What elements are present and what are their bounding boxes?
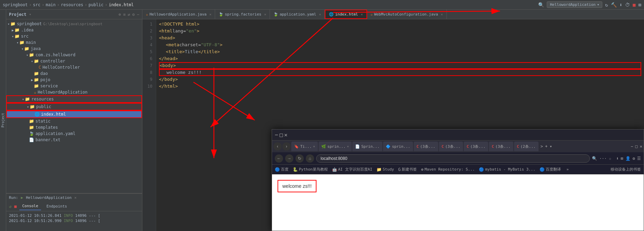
browser-tab-2[interactable]: 🌿 sprin... ✕ (319, 142, 352, 151)
tab-app-yaml[interactable]: 🍃 application.yaml ✕ (270, 10, 325, 19)
tab-console[interactable]: Console (19, 202, 41, 210)
tab-webmvc[interactable]: ☕ WebMvcAutoConfiguration.java ✕ (367, 10, 447, 19)
refresh-icon[interactable]: ↻ (605, 2, 608, 8)
tree-item-controller[interactable]: ▾ 📁 controller (6, 58, 142, 64)
breadcrumb-resources[interactable]: resources (61, 2, 83, 7)
browser-back-btn[interactable]: ‹ (273, 142, 282, 151)
pub-label: public (36, 104, 51, 109)
project-side-label[interactable]: Project (1, 113, 5, 127)
browser-close-icon[interactable]: ✕ (284, 132, 288, 138)
browser-nav-back[interactable]: ← (275, 154, 283, 163)
tab-close-5[interactable]: ✕ (441, 12, 443, 16)
tab-close-4[interactable]: ✕ (361, 12, 363, 16)
tree-item-src[interactable]: ▾ 📁 src (6, 33, 142, 39)
browser-win-restore[interactable]: □ (635, 144, 638, 149)
tab-close-3[interactable]: ✕ (319, 12, 321, 16)
browser-more-settings[interactable]: ☰ (637, 156, 641, 161)
tree-item-resources[interactable]: ▾ 📁 resources (6, 95, 142, 103)
tree-item-public[interactable]: ▾ 📁 public (6, 103, 142, 110)
browser-tab-2-close[interactable]: ✕ (347, 145, 349, 148)
bookmark-python[interactable]: 🐍 Python菜鸟教程 (293, 167, 328, 172)
run-config-selector[interactable]: HellowordApplication ▾ (547, 1, 602, 8)
browser-tab-list-icon[interactable]: ▾ (550, 144, 552, 149)
breadcrumb-main[interactable]: main (46, 2, 56, 7)
run-tab-close[interactable]: ✕ (74, 195, 77, 200)
bookmark-new[interactable]: G 新建书签 (398, 167, 417, 172)
bookmark-translate[interactable]: 🔵 百度翻译 (540, 167, 561, 172)
tab-index-html[interactable]: 🌐 index.html ✕ (325, 10, 367, 19)
tree-item-java[interactable]: ▾ 📁 java (6, 46, 142, 52)
browser-tab-9[interactable]: C (2条... (514, 142, 539, 151)
tree-item-pojo[interactable]: ▶ 📁 pojo (6, 77, 142, 83)
breadcrumb-public[interactable]: public (89, 2, 103, 7)
download-icon[interactable]: ⬇ (620, 2, 622, 8)
browser-tab-4[interactable]: 🔷 sprin... (383, 142, 413, 151)
tab-helloword-app[interactable]: ☕ HellowordApplication.java ✕ (142, 10, 215, 19)
browser-new-tab-icon[interactable]: + (545, 144, 547, 149)
tree-item-idea[interactable]: ▶ 📁 .idea (6, 27, 142, 33)
browser-tab-1-close[interactable]: ✕ (313, 145, 315, 148)
tree-item-static[interactable]: ▶ 📁 static (6, 118, 142, 124)
bookmark-ai[interactable]: 🤖 AI 文字识别百度AI (332, 167, 372, 172)
run-restart-icon[interactable]: ↺ (9, 204, 11, 209)
browser-tab-5[interactable]: C (3条... (414, 142, 438, 151)
browser-forward-btn[interactable]: › (282, 142, 291, 151)
browser-tab-3[interactable]: 📄 Sprin... (352, 142, 382, 151)
settings-icon[interactable]: ⚙ (132, 12, 135, 17)
tree-item-dao[interactable]: ▶ 📁 dao (6, 70, 142, 77)
minimize-icon[interactable]: − (137, 12, 139, 17)
bookmark-baidu[interactable]: 🔵 百度 (275, 167, 289, 172)
browser-more-tabs-icon[interactable]: > (541, 144, 543, 149)
tab-close-1[interactable]: ✕ (209, 12, 211, 16)
bookmark-mybatis[interactable]: 🔵 mybatis - MyBatis 3... (479, 167, 535, 172)
browser-tab-7[interactable]: C (3条... (464, 142, 488, 151)
tree-item-com-zs[interactable]: ▾ 📁 com.zs.helloword (6, 52, 142, 58)
tree-item-main[interactable]: ▾ 📁 main (6, 39, 142, 46)
browser-profile-icon[interactable]: 👤 (625, 156, 631, 161)
sync-icon[interactable]: ≡ (123, 12, 125, 17)
browser-max-icon[interactable]: □ (280, 132, 283, 138)
browser-min-icon[interactable]: − (275, 132, 278, 138)
browser-download-icon[interactable]: ⬇ (616, 156, 618, 161)
browser-tab-1[interactable]: 🔖 Ti... ✕ (291, 142, 318, 151)
bookmarks-more-icon[interactable]: » (566, 167, 569, 172)
tab-endpoints[interactable]: Endpoints (44, 203, 70, 210)
bookmark-study[interactable]: 📁 Study (376, 167, 394, 172)
tree-item-hello-controller[interactable]: ▶ C HelloController (6, 64, 142, 70)
browser-win-close[interactable]: ✕ (640, 144, 642, 149)
browser-tab-8[interactable]: C (3条... (489, 142, 513, 151)
browser-bookmark-icon[interactable]: ☆ (609, 156, 611, 161)
browser-win-min[interactable]: − (631, 144, 633, 149)
profile-icon[interactable]: ⏱ (625, 2, 630, 8)
breadcrumb-src[interactable]: src (33, 2, 40, 7)
tree-item-app[interactable]: ▶ ☕ HellowordApplication (6, 89, 142, 95)
browser-nav-forward[interactable]: → (285, 154, 293, 163)
browser-settings-btn[interactable]: ⚙ (633, 156, 635, 161)
browser-more-icon[interactable]: ··· (599, 156, 607, 161)
new-icon[interactable]: ⊕ (119, 12, 121, 17)
tree-item-root[interactable]: ▾ 📁 springboot G:\Desktop\java\springboo… (6, 21, 142, 27)
browser-tab-6[interactable]: C (3条... (439, 142, 463, 151)
browser-nav-refresh[interactable]: ↻ (295, 154, 304, 163)
bookmark-maven[interactable]: ⊕ Maven Repository: S... (421, 167, 475, 172)
main-layout: Project Project ▾ ⊕ ≡ ⇄ ⚙ − ▾ (0, 10, 644, 231)
tree-item-service[interactable]: ▶ 📁 service (6, 83, 142, 89)
run-config-dropdown-icon[interactable]: ▾ (597, 2, 600, 7)
diff-icon[interactable]: ⇄ (128, 12, 130, 17)
build-icon[interactable]: 🔨 (611, 2, 617, 8)
breadcrumb-springboot[interactable]: springboot (3, 2, 28, 7)
tree-item-templates[interactable]: ▶ 📁 templates (6, 124, 142, 131)
run-stop-icon[interactable]: ■ (14, 204, 17, 209)
layout-icon[interactable]: ⊞ (638, 2, 641, 8)
browser-search-icon[interactable]: 🔍 (592, 156, 597, 161)
browser-address-input[interactable] (316, 154, 590, 163)
browser-nav-home[interactable]: ⌂ (306, 154, 314, 163)
navigate-icon[interactable]: 🔍 (538, 2, 544, 8)
tree-item-app-yaml[interactable]: ▶ 🍃 application.yaml (6, 131, 142, 137)
tab-spring-factories[interactable]: 🍃 spring.factories ✕ (215, 10, 270, 19)
stop-icon[interactable]: ■ (633, 2, 635, 8)
tree-item-banner[interactable]: ▶ 📄 banner.txt (6, 137, 142, 143)
tree-item-index-html[interactable]: ▶ 🌐 index.html (6, 110, 142, 118)
browser-extensions-icon[interactable]: ⊞ (621, 156, 623, 161)
tab-close-2[interactable]: ✕ (264, 12, 266, 16)
